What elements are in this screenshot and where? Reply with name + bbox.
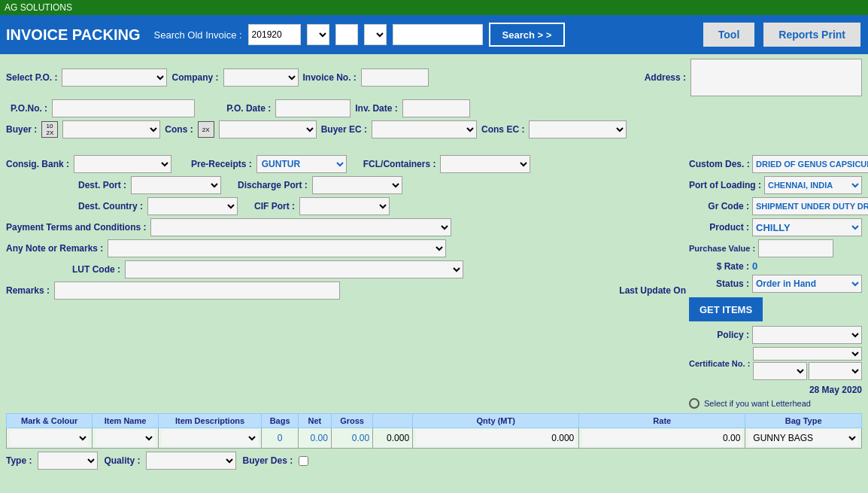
page-title: INVOICE PACKING — [6, 26, 141, 44]
form-row-dest-port: Dest. Port : Discharge Port : — [6, 176, 686, 194]
col-bags: Bags — [262, 414, 299, 428]
items-section: Mark & Colour Item Name Item Description… — [6, 413, 862, 470]
company-name: AG SOLUTIONS — [5, 2, 72, 13]
type-dropdown[interactable] — [38, 452, 98, 470]
po-date-input[interactable] — [275, 99, 351, 117]
main-content: Select P.O. : Company : Invoice No. : Ad… — [0, 54, 868, 474]
certificate-dropdown-1[interactable] — [753, 347, 862, 361]
col-item-name: Item Name — [93, 414, 159, 428]
rate-value: 0 — [752, 260, 757, 272]
right-row-custom-des: Custom Des. : DRIED OF GENUS CAPSICUM — [689, 155, 862, 173]
col-qnty: Qnty (MT) — [413, 414, 579, 428]
fcl-containers-dropdown[interactable] — [440, 155, 530, 173]
select-po-dropdown[interactable] — [62, 68, 167, 87]
bottom-row: Type : Quality : Buyer Des : — [6, 452, 862, 470]
consig-bank-dropdown[interactable] — [74, 155, 171, 173]
row-gross2: 0.000 — [387, 433, 409, 443]
row-qnty-input[interactable] — [416, 430, 575, 446]
buyer-label: Buyer : — [6, 124, 37, 135]
dest-country-label: Dest. Country : — [78, 201, 143, 212]
invoice-input-2[interactable] — [335, 24, 358, 45]
right-row-gr-code: Gr Code : SHIPMENT UNDER DUTY DRAW — [689, 197, 862, 215]
certificate-dropdown-3[interactable] — [809, 362, 862, 380]
policy-dropdown[interactable] — [752, 326, 862, 344]
col-mark-colour: Mark & Colour — [7, 414, 93, 428]
row-bag-type-select[interactable]: GUNNY BAGS — [748, 430, 858, 446]
form-row-2: P.O.No. : P.O. Date : Inv. Date : — [11, 99, 862, 117]
buyer-icon[interactable]: 102X — [41, 121, 58, 138]
form-row-lut: LUT Code : — [6, 260, 686, 278]
certificate-dropdown-2[interactable] — [753, 362, 806, 380]
quality-dropdown[interactable] — [146, 452, 236, 470]
fcl-containers-label: FCL/Containers : — [363, 159, 436, 169]
row-rate-input[interactable] — [582, 430, 742, 446]
col-gross: Gross — [331, 414, 372, 428]
status-dropdown[interactable]: Order in Hand — [752, 275, 862, 293]
col-item-descriptions: Item Descriptions — [158, 414, 261, 428]
get-items-button[interactable]: GET ITEMS — [689, 297, 763, 321]
invoice-number-input[interactable] — [248, 24, 301, 45]
product-dropdown[interactable]: CHILLY — [752, 218, 862, 236]
purchase-value-label: Purchase Value : — [689, 244, 755, 253]
discharge-port-dropdown[interactable] — [312, 176, 402, 194]
pre-receipts-label: Pre-Receipts : — [191, 159, 252, 169]
dest-country-dropdown[interactable] — [147, 197, 238, 215]
header-row: INVOICE PACKING Search Old Invoice : Sea… — [0, 15, 868, 54]
dest-port-label: Dest. Port : — [78, 180, 126, 190]
buyer-des-checkbox[interactable] — [299, 456, 308, 466]
lut-code-dropdown[interactable] — [125, 260, 463, 278]
port-loading-dropdown[interactable]: CHENNAI, INDIA — [764, 176, 862, 194]
letterhead-radio[interactable] — [689, 398, 700, 409]
last-update-label: Last Update On — [619, 285, 686, 296]
right-row-rate: $ Rate : 0 — [689, 260, 862, 272]
get-items-container: GET ITEMS — [689, 297, 862, 321]
invoice-input-3[interactable] — [393, 24, 483, 45]
purchase-value-input[interactable] — [758, 239, 833, 257]
row-bags: 0 — [278, 433, 283, 443]
form-row-payment: Payment Terms and Conditions : — [6, 218, 686, 236]
invoice-select-2[interactable] — [364, 24, 387, 45]
payment-terms-label: Payment Terms and Conditions : — [6, 222, 146, 233]
po-date-label: P.O. Date : — [226, 103, 271, 114]
row-item-name-select[interactable] — [96, 430, 155, 446]
cons-dropdown[interactable] — [219, 120, 317, 138]
remarks-input[interactable] — [54, 281, 340, 300]
buyer-ec-label: Buyer EC : — [321, 124, 367, 135]
row-net: 0.00 — [311, 433, 328, 443]
row-mark-select[interactable] — [10, 430, 89, 446]
payment-terms-dropdown[interactable] — [150, 218, 451, 236]
buyer-ec-dropdown[interactable] — [372, 120, 477, 138]
right-row-certificate: Certificate No. : — [689, 347, 862, 380]
cons-icon[interactable]: 2X — [198, 121, 214, 138]
custom-des-dropdown[interactable]: DRIED OF GENUS CAPSICUM — [752, 155, 868, 173]
buyer-dropdown[interactable] — [62, 120, 160, 138]
form-row-consig: Consig. Bank : Pre-Receipts : GUNTUR FCL… — [6, 155, 686, 173]
discharge-port-label: Discharge Port : — [238, 180, 308, 190]
right-row-policy: Policy : — [689, 326, 862, 344]
row-item-desc-select[interactable] — [162, 430, 258, 446]
address-textarea[interactable] — [690, 59, 862, 96]
gr-code-dropdown[interactable]: SHIPMENT UNDER DUTY DRAW — [752, 197, 868, 215]
left-panel: Consig. Bank : Pre-Receipts : GUNTUR FCL… — [6, 155, 686, 409]
pre-receipts-dropdown[interactable]: GUNTUR — [256, 155, 347, 173]
items-table: Mark & Colour Item Name Item Description… — [6, 413, 862, 449]
cif-port-dropdown[interactable] — [299, 197, 390, 215]
buyer-des-label: Buyer Des : — [242, 455, 293, 466]
reports-print-button[interactable]: Reports Print — [762, 21, 862, 48]
cons-ec-dropdown[interactable] — [529, 120, 627, 138]
tool-button[interactable]: Tool — [702, 21, 757, 48]
po-no-input[interactable] — [52, 99, 195, 117]
custom-des-label: Custom Des. : — [689, 159, 749, 169]
gr-code-label: Gr Code : — [689, 201, 749, 212]
consig-bank-label: Consig. Bank : — [6, 159, 69, 169]
any-note-dropdown[interactable] — [108, 239, 446, 257]
inv-date-input[interactable] — [402, 99, 470, 117]
select-po-label: Select P.O. : — [6, 72, 57, 83]
invoice-select-1[interactable] — [307, 24, 329, 45]
dest-port-dropdown[interactable] — [131, 176, 221, 194]
col-rate: Rate — [579, 414, 745, 428]
invoice-no-input[interactable] — [361, 68, 429, 87]
company-dropdown[interactable] — [223, 68, 299, 87]
search-button[interactable]: Search > > — [489, 23, 566, 47]
right-panel: Custom Des. : DRIED OF GENUS CAPSICUM Po… — [689, 155, 862, 409]
